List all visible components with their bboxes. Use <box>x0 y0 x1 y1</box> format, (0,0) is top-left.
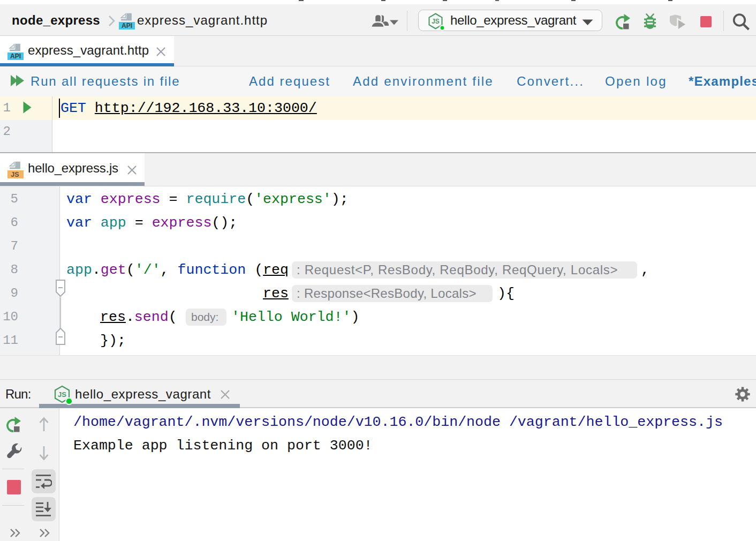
svg-text:JS: JS <box>432 18 440 25</box>
svg-text:API: API <box>10 52 21 60</box>
svg-text:JS: JS <box>11 171 19 178</box>
svg-text:API: API <box>122 22 132 29</box>
svg-text:JS: JS <box>58 390 66 399</box>
